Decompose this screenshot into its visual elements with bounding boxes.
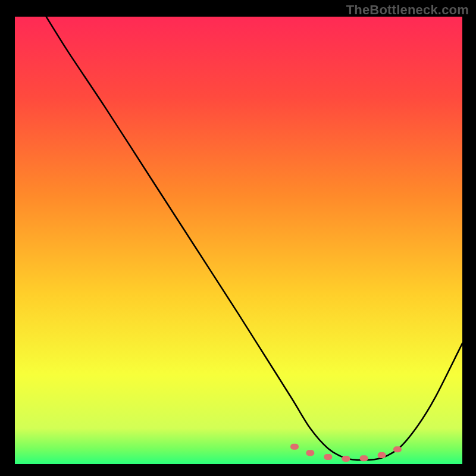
highlight-dot: [306, 450, 314, 456]
gradient-background: [15, 17, 462, 464]
chart-svg: [15, 17, 462, 464]
chart-stage: TheBottleneck.com: [0, 0, 476, 476]
highlight-dot: [342, 456, 350, 462]
highlight-dot: [324, 454, 332, 460]
highlight-dot: [378, 452, 386, 458]
highlight-dot: [393, 446, 402, 452]
highlight-dot: [290, 444, 299, 450]
highlight-dot: [360, 455, 368, 461]
watermark-label: TheBottleneck.com: [346, 2, 469, 18]
plot-area: [15, 17, 462, 464]
